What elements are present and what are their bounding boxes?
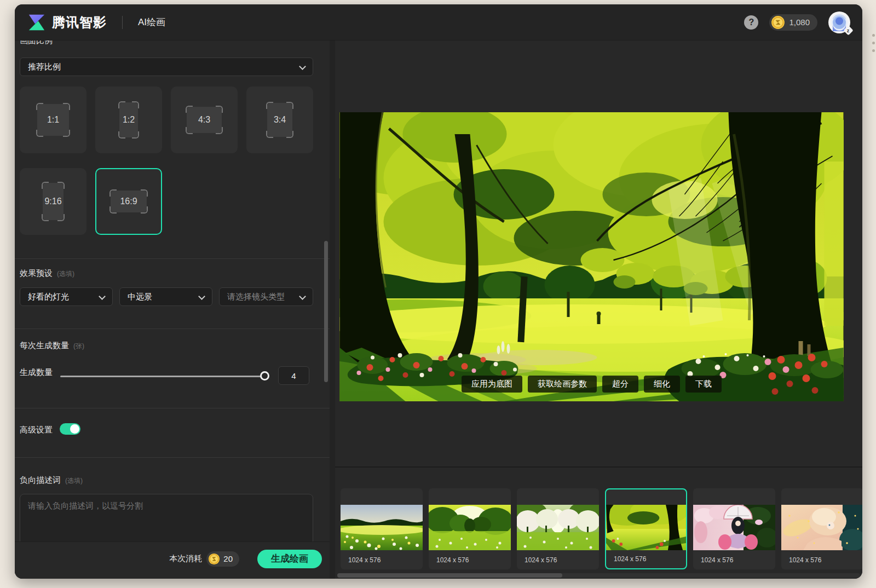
ratio-label: 1:2 [123,115,135,125]
help-icon[interactable]: ? [744,15,758,30]
advanced-toggle-on[interactable] [60,423,80,435]
thumbnail-size-label: 1024 x 576 [525,556,557,564]
negative-prompt-label: 负向描述词(选填) [20,475,83,486]
app-window: 腾讯智影 AI绘画 ? 1,080 [15,4,862,579]
thumbnail-size-label: 1024 x 576 [701,556,733,564]
get-params-button[interactable]: 获取绘画参数 [528,376,597,393]
section-divider [15,457,330,458]
preview-image[interactable]: 应用为底图 获取绘画参数 超分 细化 下载 [339,112,844,401]
thumbnail-image [517,505,599,550]
panel-footer: 本次消耗 20 生成绘画 [15,541,330,579]
count-section-label: 每次生成数量(张) [20,341,84,351]
chevron-down-icon [99,293,106,300]
filmstrip: 1024 x 576 [341,488,862,569]
negative-prompt-box [20,494,313,546]
thumbnail-size-label: 1024 x 576 [614,555,646,563]
preview-panel: 应用为底图 获取绘画参数 超分 细化 下载 [335,41,862,579]
ratio-tile-16-9-selected[interactable]: 16:9 [95,168,162,235]
ratio-section-label: 画面比例 [20,41,53,46]
ratio-tile-1-2[interactable]: 1:2 [95,87,162,153]
apply-as-base-button[interactable]: 应用为底图 [462,376,522,393]
thumbnail-3[interactable]: 1024 x 576 [517,488,599,569]
count-slider[interactable] [60,376,264,377]
refine-button[interactable]: 细化 [644,376,680,393]
user-avatar[interactable]: z [828,11,850,33]
brand: 腾讯智影 [27,13,107,32]
top-bar: 腾讯智影 AI绘画 ? 1,080 [15,4,862,41]
chevron-down-icon [198,293,205,300]
thumbnail-image [606,505,686,550]
thumbnail-1[interactable]: 1024 x 576 [341,488,423,569]
ratio-tile-9-16[interactable]: 9:16 [20,168,87,235]
negative-prompt-input[interactable] [20,494,313,546]
ratio-tile-1-1[interactable]: 1:1 [20,87,87,153]
upscale-button[interactable]: 超分 [602,376,638,393]
filmstrip-divider [335,466,862,468]
ratio-tile-4-3[interactable]: 4:3 [171,87,238,153]
coin-count: 1,080 [789,18,810,27]
brand-title: 腾讯智影 [52,14,107,31]
thumbnail-image [781,505,862,550]
preset-section-label: 效果预设(选填) [20,268,74,279]
ratio-label: 1:1 [47,115,59,125]
coin-balance[interactable]: 1,080 [769,14,817,31]
shot-distance-dropdown[interactable]: 中远景 [119,287,212,306]
thumbnail-image [429,505,511,550]
toggle-knob [70,424,79,434]
lens-type-dropdown[interactable]: 请选择镜头类型 [219,287,313,306]
count-slider-label: 生成数量 [20,367,53,378]
coin-icon [208,553,220,565]
thumbnail-size-label: 1024 x 576 [436,556,469,564]
ratio-label: 4:3 [198,115,210,125]
thumbnail-4-selected[interactable]: 1024 x 576 [605,488,687,569]
settings-panel: 画面比例 推荐比例 1:1 1:2 4:3 3:4 [15,41,330,579]
ratio-tile-3-4[interactable]: 3:4 [246,87,313,153]
cost-label: 本次消耗 [169,554,202,564]
thumbnail-size-label: 1024 x 576 [348,556,381,564]
window-frame-dots [872,34,875,52]
thumbnail-size-label: 1024 x 576 [789,556,821,564]
filmstrip-scrollbar-thumb[interactable] [337,573,562,578]
section-divider [15,258,330,259]
ratio-label: 16:9 [120,197,137,206]
thumbnail-image [693,505,775,550]
count-slider-thumb[interactable] [260,371,269,381]
thumbnail-6[interactable]: 1024 x 576 [781,488,862,569]
thumbnail-image [341,505,423,550]
section-divider [15,328,330,329]
chevron-down-icon [299,63,306,70]
zhiying-logo-icon [27,13,45,32]
filmstrip-scrollbar[interactable] [337,573,860,578]
ratio-preset-dropdown[interactable]: 推荐比例 [20,57,313,76]
thumbnail-2[interactable]: 1024 x 576 [429,488,511,569]
park-scene-illustration [339,112,844,401]
count-input[interactable] [279,367,309,384]
advanced-label: 高级设置 [20,425,53,435]
thumbnail-5[interactable]: 1024 x 576 [693,488,775,569]
ratio-label: 9:16 [44,197,61,206]
cost-pill: 20 [206,551,239,567]
generate-button[interactable]: 生成绘画 [257,550,322,568]
ratio-label: 3:4 [274,115,286,125]
download-button[interactable]: 下载 [685,376,722,393]
cost-value: 20 [223,554,233,563]
lighting-dropdown[interactable]: 好看的灯光 [20,287,113,306]
image-action-bar: 应用为底图 获取绘画参数 超分 细化 下载 [339,376,844,393]
panel-scrollbar-thumb[interactable] [324,241,328,382]
nav-divider [122,16,123,29]
chevron-down-icon [299,293,306,300]
nav-ai-paint[interactable]: AI绘画 [138,16,165,28]
count-input-box [278,366,309,385]
coin-icon [771,15,785,30]
section-divider [15,408,330,408]
ratio-preset-value: 推荐比例 [28,62,61,72]
